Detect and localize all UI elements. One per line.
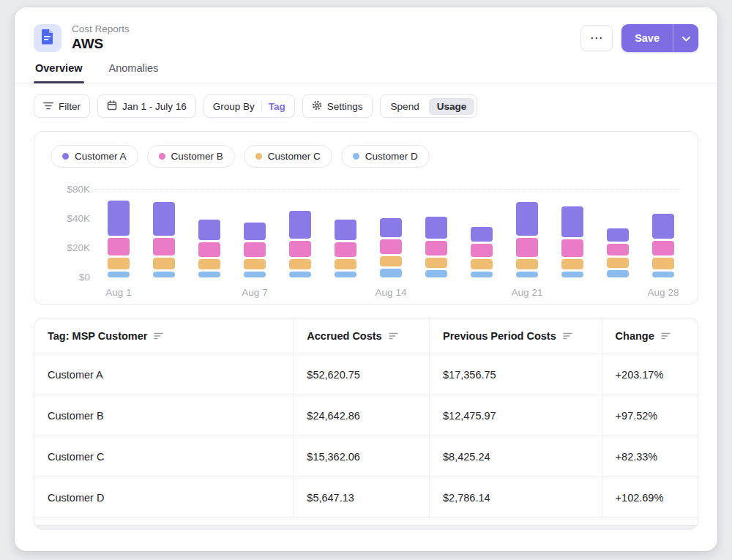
cell-accrued-costs: $15,362.06: [293, 436, 429, 477]
filter-button[interactable]: Filter: [34, 94, 90, 118]
bar-segment[interactable]: [516, 259, 538, 269]
sort-icon[interactable]: [661, 330, 671, 342]
stacked-bar[interactable]: [380, 182, 402, 277]
stacked-bar[interactable]: [607, 182, 629, 277]
segment-usage[interactable]: Usage: [429, 98, 475, 115]
bar-group: [425, 182, 447, 298]
sort-icon[interactable]: [563, 330, 572, 342]
bar-segment[interactable]: [244, 259, 266, 269]
bar-segment[interactable]: [380, 239, 402, 254]
bar-segment[interactable]: [516, 272, 538, 277]
stacked-bar[interactable]: [425, 182, 447, 277]
bar-segment[interactable]: [425, 258, 447, 268]
bar-segment[interactable]: [335, 220, 356, 240]
table-row[interactable]: Customer C$15,362.06$8,425.24+82.33%: [34, 436, 698, 477]
bar-segment[interactable]: [516, 202, 538, 236]
bar-segment[interactable]: [198, 220, 220, 240]
stacked-bar[interactable]: [471, 182, 493, 277]
settings-button-label: Settings: [327, 101, 363, 112]
bar-segment[interactable]: [607, 228, 629, 242]
column-header-previous[interactable]: Previous Period Costs: [429, 318, 602, 354]
cell-previous-costs: $17,356.75: [429, 354, 602, 395]
bar-segment[interactable]: [561, 239, 583, 257]
bar-segment[interactable]: [244, 223, 266, 240]
column-header-label: Previous Period Costs: [443, 330, 556, 342]
bar-segment[interactable]: [108, 272, 130, 277]
column-header-tag[interactable]: Tag: MSP Customer: [34, 318, 293, 354]
cell-previous-costs: $12,475.97: [429, 395, 602, 436]
bar-segment[interactable]: [380, 218, 402, 237]
save-button[interactable]: Save: [621, 24, 673, 52]
sort-icon[interactable]: [154, 330, 163, 342]
stacked-bar[interactable]: [289, 182, 311, 277]
bar-segment[interactable]: [198, 272, 220, 277]
bar-segment[interactable]: [244, 242, 266, 257]
table-row[interactable]: Customer D$5,647.13$2,786.14+102.69%: [34, 477, 698, 518]
bar-segment[interactable]: [561, 206, 583, 237]
bar-segment[interactable]: [153, 202, 175, 236]
bar-segment[interactable]: [607, 270, 629, 277]
bar-segment[interactable]: [153, 238, 175, 255]
save-dropdown-button[interactable]: [673, 24, 698, 52]
bar-segment[interactable]: [198, 259, 220, 269]
group-by-button[interactable]: Group By Tag: [203, 94, 295, 118]
stacked-bar[interactable]: [198, 182, 220, 277]
bar-segment[interactable]: [561, 259, 583, 269]
stacked-bar[interactable]: [335, 182, 356, 277]
bar-segment[interactable]: [425, 217, 447, 239]
legend-item[interactable]: Customer C: [244, 145, 332, 168]
sort-icon[interactable]: [389, 330, 398, 342]
settings-button[interactable]: Settings: [302, 94, 373, 118]
segment-spend[interactable]: Spend: [383, 98, 427, 115]
stacked-bar[interactable]: [108, 182, 130, 277]
bar-segment[interactable]: [652, 241, 674, 255]
bar-segment[interactable]: [652, 214, 674, 239]
column-header-change[interactable]: Change: [602, 318, 698, 354]
legend-item[interactable]: Customer B: [147, 145, 235, 168]
bar-segment[interactable]: [335, 259, 356, 269]
bar-segment[interactable]: [652, 258, 674, 269]
bar-segment[interactable]: [244, 272, 266, 277]
bar-segment[interactable]: [289, 211, 311, 239]
bar-segment[interactable]: [108, 201, 130, 236]
bar-segment[interactable]: [471, 227, 493, 242]
bar-segment[interactable]: [652, 272, 674, 277]
bar-segment[interactable]: [108, 238, 130, 255]
tab-overview[interactable]: Overview: [34, 62, 84, 83]
tab-anomalies[interactable]: Anomalies: [108, 62, 160, 83]
more-actions-button[interactable]: ⋯: [580, 25, 613, 51]
bar-segment[interactable]: [471, 244, 493, 257]
column-header-accrued[interactable]: Accrued Costs: [293, 318, 429, 354]
table-row[interactable]: Customer A$52,620.75$17,356.75+203.17%: [34, 354, 698, 395]
bar-segment[interactable]: [425, 241, 447, 255]
bar-segment[interactable]: [607, 258, 629, 268]
stacked-bar[interactable]: [244, 182, 266, 277]
stacked-bar[interactable]: [516, 182, 538, 277]
bar-segment[interactable]: [289, 241, 311, 257]
legend-item[interactable]: Customer D: [341, 145, 430, 168]
bar-segment[interactable]: [289, 272, 311, 277]
bar-segment[interactable]: [471, 259, 493, 269]
stacked-bar[interactable]: [153, 182, 175, 277]
bar-segment[interactable]: [153, 272, 175, 277]
bar-segment[interactable]: [607, 244, 629, 255]
y-axis-label-80k: $80K: [52, 184, 90, 195]
date-range-button[interactable]: Jan 1 - July 16: [97, 94, 196, 118]
bar-segment[interactable]: [561, 272, 583, 277]
bar-segment[interactable]: [198, 242, 220, 257]
bar-segment[interactable]: [471, 272, 493, 277]
legend-item[interactable]: Customer A: [51, 145, 138, 168]
bar-segment[interactable]: [335, 242, 356, 257]
bar-segment[interactable]: [335, 272, 356, 277]
bar-segment[interactable]: [380, 269, 402, 277]
stacked-bar[interactable]: [561, 182, 583, 277]
bar-segment[interactable]: [289, 259, 311, 269]
bar-segment[interactable]: [153, 258, 175, 269]
bar-segment[interactable]: [425, 270, 447, 277]
bar-segment[interactable]: [108, 258, 130, 269]
table-row[interactable]: Customer B$24,642.86$12,475.97+97.52%: [34, 395, 698, 436]
bar-segment[interactable]: [380, 256, 402, 266]
stacked-bar[interactable]: [652, 182, 674, 277]
table-horizontal-scrollbar[interactable]: [34, 525, 698, 530]
bar-segment[interactable]: [516, 238, 538, 257]
